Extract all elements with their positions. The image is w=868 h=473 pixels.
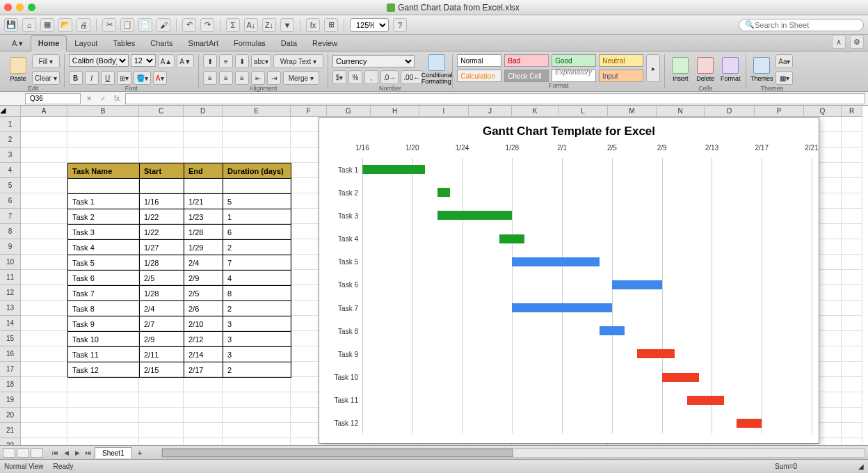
row-header[interactable]: 13 xyxy=(0,300,21,316)
view-pagebreak-button[interactable] xyxy=(31,448,43,458)
conditional-formatting-button[interactable]: Conditional Formatting xyxy=(426,54,448,85)
fill-color-button[interactable]: 🪣▾ xyxy=(134,71,151,85)
ribbon-tab[interactable]: Home xyxy=(31,35,67,51)
row-header[interactable]: 2 xyxy=(0,132,21,147)
merge-button[interactable]: Merge ▾ xyxy=(283,71,319,85)
resize-grip-icon[interactable]: ◢ xyxy=(858,463,864,470)
table-cell[interactable]: 2 xyxy=(223,301,291,316)
sheet-nav-first[interactable]: ⏮ xyxy=(50,448,60,458)
table-cell[interactable]: 1/27 xyxy=(140,240,184,255)
align-bot-button[interactable]: ⬇ xyxy=(235,54,249,68)
help-button[interactable]: ? xyxy=(393,18,407,32)
formula-input[interactable] xyxy=(125,93,865,104)
fx-button[interactable]: fx xyxy=(306,18,320,32)
horizontal-scrollbar[interactable] xyxy=(161,448,865,458)
row-header[interactable]: 6 xyxy=(0,193,21,209)
styles-more-button[interactable]: ▸ xyxy=(646,54,660,82)
table-cell[interactable]: 1/23 xyxy=(184,209,223,225)
table-cell[interactable]: 7 xyxy=(223,255,291,271)
column-header[interactable]: I xyxy=(419,106,469,117)
table-cell[interactable]: 2 xyxy=(223,362,291,378)
table-cell[interactable]: 2/12 xyxy=(184,332,223,347)
ribbon-tab[interactable]: Data xyxy=(273,35,305,51)
column-header[interactable]: J xyxy=(469,106,512,117)
sheet-nav-last[interactable]: ⏭ xyxy=(83,448,93,458)
column-header[interactable]: Q xyxy=(804,106,842,117)
table-cell[interactable]: Task 4 xyxy=(68,240,140,255)
ribbon-tab[interactable]: A ▾ xyxy=(4,35,31,51)
table-cell[interactable]: 1/22 xyxy=(140,225,184,240)
row-header[interactable]: 8 xyxy=(0,224,21,239)
table-cell[interactable]: Task 5 xyxy=(68,255,140,271)
column-header[interactable]: K xyxy=(512,106,558,117)
confirm-formula-button[interactable]: ✓ xyxy=(97,93,108,104)
table-cell[interactable]: 2/4 xyxy=(140,301,184,316)
style-bad[interactable]: Bad xyxy=(504,54,549,67)
search-box[interactable]: 🔍 xyxy=(739,19,864,31)
number-format-select[interactable]: Currency xyxy=(332,55,415,67)
style-explanatory[interactable]: Explanatory ... xyxy=(552,70,596,82)
column-headers[interactable]: ABCDEFGHIJKLMNOPQR xyxy=(21,106,868,117)
view-layout-button[interactable] xyxy=(17,448,29,458)
row-header[interactable]: 7 xyxy=(0,209,21,224)
print-button[interactable]: 🖨 xyxy=(77,18,90,32)
table-cell[interactable]: 2/6 xyxy=(184,301,223,316)
inc-decimal-button[interactable]: .0→ xyxy=(380,70,399,84)
sort-desc-button[interactable]: Z↓ xyxy=(262,18,276,32)
ribbon-collapse-button[interactable]: ∧ xyxy=(832,35,846,49)
row-header[interactable]: 16 xyxy=(0,346,21,362)
fx-icon[interactable]: fx xyxy=(111,93,122,104)
column-header[interactable]: G xyxy=(327,106,371,117)
row-header[interactable]: 19 xyxy=(0,392,21,408)
table-cell[interactable]: 2/4 xyxy=(184,255,223,271)
settings-icon[interactable]: ⚙ xyxy=(850,35,864,49)
maximize-button[interactable] xyxy=(28,3,35,11)
ribbon-tab[interactable]: Review xyxy=(305,35,345,51)
table-cell[interactable]: 1/28 xyxy=(140,255,184,271)
orientation-button[interactable]: abc▾ xyxy=(251,54,271,68)
search-input[interactable] xyxy=(755,21,858,29)
row-header[interactable]: 22 xyxy=(0,438,21,445)
select-all-corner[interactable]: ◢ xyxy=(0,106,21,117)
row-header[interactable]: 15 xyxy=(0,331,21,346)
align-center-button[interactable]: ≡ xyxy=(219,71,233,85)
row-header[interactable]: 5 xyxy=(0,178,21,193)
border-button[interactable]: ⊞▾ xyxy=(117,71,131,85)
minimize-button[interactable] xyxy=(16,3,24,11)
table-cell[interactable]: 3 xyxy=(223,316,291,332)
column-header[interactable]: L xyxy=(558,106,608,117)
column-header[interactable]: A xyxy=(21,106,67,117)
comma-button[interactable]: , xyxy=(364,70,378,84)
table-cell[interactable]: 2/5 xyxy=(140,271,184,286)
table-cell[interactable]: 5 xyxy=(223,194,291,209)
column-header[interactable]: M xyxy=(608,106,657,117)
align-top-button[interactable]: ⬆ xyxy=(203,54,217,68)
table-cell[interactable]: 2 xyxy=(223,240,291,255)
table-cell[interactable]: Task 2 xyxy=(68,209,140,225)
column-header[interactable]: B xyxy=(67,106,139,117)
table-cell[interactable]: 2/9 xyxy=(184,271,223,286)
font-color-button[interactable]: A▾ xyxy=(153,71,167,85)
scrollbar-thumb[interactable] xyxy=(162,449,513,457)
decrease-font-button[interactable]: A▼ xyxy=(177,54,194,68)
column-header[interactable]: P xyxy=(755,106,804,117)
row-header[interactable]: 9 xyxy=(0,239,21,255)
row-headers[interactable]: 12345678910111213141516171819202122 xyxy=(0,117,21,445)
currency-button[interactable]: $▾ xyxy=(332,70,346,84)
align-right-button[interactable]: ≡ xyxy=(235,71,249,85)
table-cell[interactable]: Task 1 xyxy=(68,194,140,209)
row-header[interactable]: 17 xyxy=(0,362,21,377)
close-button[interactable] xyxy=(4,3,12,11)
row-header[interactable]: 21 xyxy=(0,423,21,438)
table-cell[interactable]: 1/22 xyxy=(140,209,184,225)
clear-button[interactable]: Clear ▾ xyxy=(32,71,60,85)
row-header[interactable]: 4 xyxy=(0,163,21,178)
align-mid-button[interactable]: ≡ xyxy=(219,54,233,68)
table-cell[interactable]: 2/5 xyxy=(184,286,223,301)
cancel-formula-button[interactable]: ✕ xyxy=(83,93,95,104)
italic-button[interactable]: I xyxy=(85,71,99,85)
percent-button[interactable]: % xyxy=(348,70,362,84)
table-cell[interactable]: 4 xyxy=(223,271,291,286)
underline-button[interactable]: U xyxy=(101,71,115,85)
increase-font-button[interactable]: A▲ xyxy=(158,54,175,68)
